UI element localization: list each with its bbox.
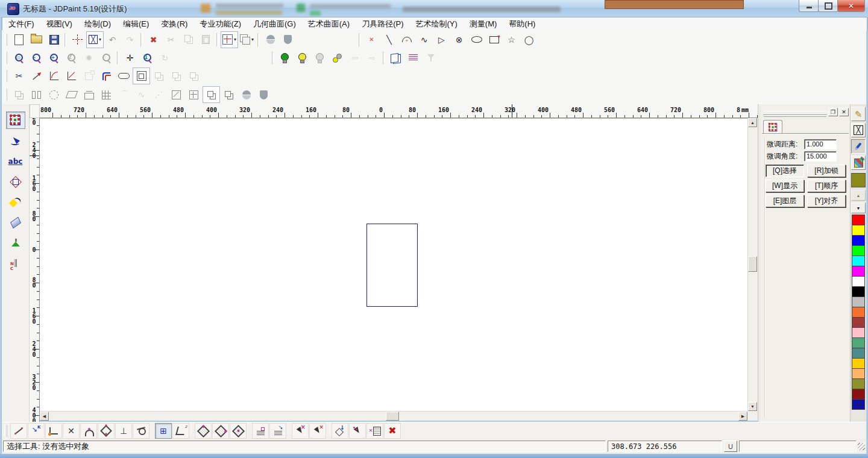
save-file-button[interactable] <box>45 31 63 48</box>
pick-add-button[interactable] <box>292 423 309 439</box>
panel-grip[interactable] <box>763 111 827 115</box>
vertical-scroll-thumb[interactable] <box>748 256 757 272</box>
snap-tangent-button[interactable] <box>133 423 149 439</box>
grid-plane-xy-button[interactable] <box>195 423 212 439</box>
horizontal-scrollbar[interactable]: ◀ ▶ <box>40 411 747 421</box>
menu-item-3[interactable]: 编辑(E) <box>117 17 155 31</box>
ungroup-button[interactable] <box>220 86 237 103</box>
zoom-out-button[interactable]: - <box>28 49 45 66</box>
snap-corner-button[interactable] <box>45 423 62 439</box>
panel-button-order[interactable]: [T]顺序 <box>807 180 846 192</box>
view-3d-button[interactable]: ▾ <box>238 31 256 48</box>
rotate-button[interactable] <box>45 86 63 103</box>
draw-curve-button[interactable]: ∿ <box>415 31 433 48</box>
minimize-button[interactable] <box>799 0 819 12</box>
palette-color-17[interactable] <box>852 389 865 400</box>
draw-ellipse-button[interactable] <box>468 31 485 48</box>
delete-button[interactable]: ✖ <box>145 31 162 48</box>
snap-grid-button[interactable]: ⊞ <box>155 423 172 439</box>
palette-color-4[interactable] <box>852 256 865 266</box>
menu-item-11[interactable]: 帮助(H) <box>503 17 541 31</box>
panel-button-layer[interactable]: [E]图层 <box>766 195 804 207</box>
palette-color-5[interactable] <box>852 266 865 277</box>
open-file-button[interactable] <box>28 31 45 48</box>
art-material-tool-button[interactable] <box>6 234 25 252</box>
fillet-corner-button[interactable] <box>45 67 63 84</box>
tab-select-tool[interactable] <box>763 120 782 134</box>
guide-lines-capture-button[interactable] <box>269 423 286 439</box>
current-color-swatch[interactable] <box>851 173 866 187</box>
relief-dome-2-button[interactable] <box>237 86 255 103</box>
snap-intersection-button[interactable]: ✕ <box>63 423 80 439</box>
outline-tool-button[interactable] <box>6 173 25 190</box>
selection-frame-dropdown-icon[interactable]: ▾ <box>99 37 101 42</box>
snap-keypoint-button[interactable] <box>28 423 45 439</box>
palette-color-14[interactable] <box>852 358 865 369</box>
draw-polygon-button[interactable]: ◯ <box>520 31 538 48</box>
eyedropper-button[interactable] <box>851 139 866 154</box>
swap-visible-button[interactable] <box>329 49 346 66</box>
grid-plane-yz-button[interactable] <box>230 423 247 439</box>
chamfer-corner-button[interactable] <box>63 67 80 84</box>
show-object-button[interactable] <box>276 49 294 66</box>
scroll-right-icon[interactable]: ▶ <box>738 412 747 421</box>
draw-arc-button[interactable] <box>398 31 415 48</box>
nudge-object-button[interactable] <box>332 423 348 439</box>
text-tool-button[interactable] <box>6 152 25 170</box>
panel-close-button[interactable]: ✕ <box>839 108 849 116</box>
palette-color-15[interactable] <box>852 368 865 379</box>
panel-restore-button[interactable]: ❐ <box>828 108 838 116</box>
shear-button[interactable] <box>63 86 80 103</box>
palette-color-7[interactable] <box>852 286 865 297</box>
guide-lines-button[interactable] <box>252 423 269 439</box>
toolbar-grip[interactable] <box>4 89 7 101</box>
palette-color-10[interactable] <box>852 317 865 328</box>
palette-color-1[interactable] <box>852 225 865 236</box>
art-curve-tool-button[interactable] <box>6 193 25 211</box>
snap-quadrant-button[interactable] <box>98 423 115 439</box>
menu-item-7[interactable]: 艺术曲面(A) <box>302 17 356 31</box>
draw-line-button[interactable]: ╲ <box>380 31 398 48</box>
no-color-button[interactable] <box>851 123 866 137</box>
select-tool-button[interactable] <box>6 111 25 129</box>
palette-color-2[interactable] <box>852 235 865 246</box>
units-button[interactable]: U <box>724 441 737 452</box>
palette-color-9[interactable] <box>852 307 865 318</box>
object-detail-button[interactable] <box>404 49 422 66</box>
toolbar-grip[interactable] <box>4 52 7 64</box>
palette-scroll-down-icon[interactable]: ▼ <box>851 202 866 213</box>
palette-color-3[interactable] <box>852 245 865 256</box>
transform-tool-dropdown-icon[interactable]: ▾ <box>234 37 236 42</box>
vertical-scrollbar[interactable]: ▲ ▼ <box>747 118 758 411</box>
snap-arc-button[interactable] <box>80 423 97 439</box>
panel-button-select[interactable]: [Q]选择 <box>766 165 804 177</box>
pan-view-button[interactable]: ✛ <box>121 49 139 66</box>
pick-remove-button[interactable] <box>309 423 326 439</box>
menu-item-6[interactable]: 几何曲面(G) <box>247 17 302 31</box>
concentric-offset-button[interactable] <box>133 67 150 84</box>
show-origin-button[interactable] <box>69 31 86 48</box>
toolbar-grip[interactable] <box>4 34 7 46</box>
pick-order-button[interactable] <box>349 423 366 439</box>
palette-color-18[interactable] <box>852 399 865 410</box>
palette-color-8[interactable] <box>852 296 865 307</box>
undo-button[interactable]: ↶ <box>104 31 121 48</box>
new-file-button[interactable] <box>10 31 28 48</box>
zoom-window-button[interactable]: ▭ <box>10 49 28 66</box>
node-edit-tool-button[interactable] <box>6 132 25 149</box>
horizontal-scroll-thumb[interactable] <box>386 412 399 421</box>
drawn-rectangle[interactable] <box>366 224 418 307</box>
menu-item-5[interactable]: 专业功能(Z) <box>193 17 247 31</box>
scale-center-button[interactable] <box>185 86 203 103</box>
nc-toolpath-tool-button[interactable] <box>6 255 25 272</box>
drawing-canvas[interactable] <box>40 118 747 411</box>
palette-color-6[interactable] <box>852 276 865 287</box>
pen-tool-button[interactable]: ✎ <box>851 107 866 121</box>
draw-point-button[interactable]: ✕ <box>363 31 380 48</box>
palette-edit-button[interactable] <box>851 155 866 170</box>
draw-rectangle-button[interactable] <box>485 31 503 48</box>
scroll-down-icon[interactable]: ▼ <box>748 402 757 411</box>
selection-frame-button[interactable]: ▾ <box>86 31 104 48</box>
menu-item-1[interactable]: 视图(V) <box>40 17 78 31</box>
scale-button[interactable] <box>168 86 185 103</box>
